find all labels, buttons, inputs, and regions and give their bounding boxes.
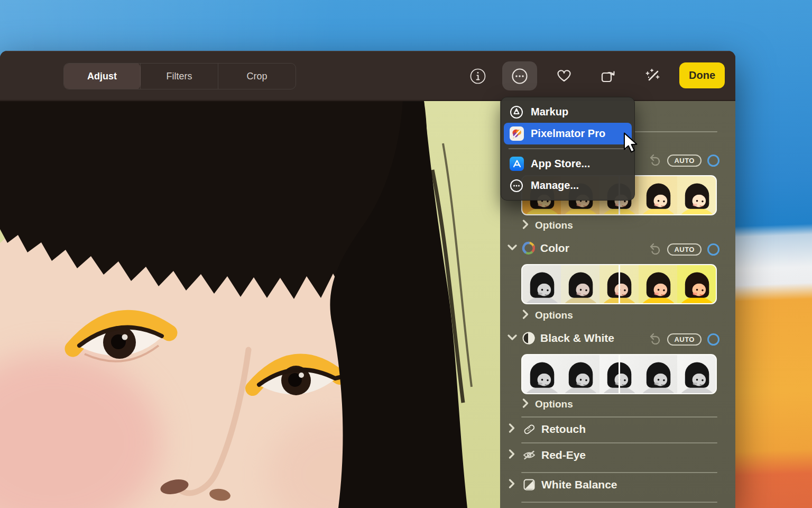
menu-item-manage[interactable]: Manage... xyxy=(504,175,632,196)
extensions-menu: Markup Pixelmator Pro xyxy=(501,97,635,201)
eye-slash-icon xyxy=(521,447,537,463)
color-wheel-icon xyxy=(521,241,536,256)
chevron-down-icon[interactable] xyxy=(508,243,518,253)
strip-thumbnail[interactable] xyxy=(677,176,716,214)
manage-icon xyxy=(509,178,524,194)
photo-canvas xyxy=(0,101,500,508)
half-tone-icon xyxy=(521,331,536,346)
section-header-color[interactable]: Color xyxy=(500,240,569,257)
menu-separator xyxy=(509,148,627,149)
strip-thumbnail[interactable] xyxy=(561,265,599,303)
strip-thumbnail[interactable] xyxy=(522,265,561,303)
auto-button[interactable]: AUTO xyxy=(667,155,702,167)
chevron-right-icon xyxy=(521,398,529,410)
bw-controls: AUTO xyxy=(649,332,719,347)
photos-edit-window: AUTO Options xyxy=(0,51,735,508)
undo-icon[interactable] xyxy=(649,153,661,168)
section-header-red-eye[interactable]: Red-Eye xyxy=(500,446,586,465)
strip-indicator[interactable] xyxy=(619,354,620,394)
hidden-section-controls: AUTO xyxy=(649,153,719,168)
strip-thumbnail[interactable] xyxy=(639,355,677,393)
options-row[interactable]: Options xyxy=(521,219,573,232)
mouse-cursor xyxy=(623,132,642,157)
chevron-right-icon xyxy=(521,310,529,321)
tab-crop[interactable]: Crop xyxy=(218,64,296,89)
info-button[interactable] xyxy=(466,64,490,88)
strip-thumbnail[interactable] xyxy=(639,176,677,214)
menu-item-markup[interactable]: Markup xyxy=(504,101,632,123)
auto-enhance-icon[interactable] xyxy=(641,64,665,88)
options-row[interactable]: Options xyxy=(521,397,573,411)
chevron-right-icon[interactable] xyxy=(508,423,518,435)
favorite-button[interactable] xyxy=(552,64,576,88)
auto-button[interactable]: AUTO xyxy=(667,243,702,256)
menu-item-pixelmator-pro[interactable]: Pixelmator Pro xyxy=(504,123,632,144)
adjustment-toggle[interactable] xyxy=(707,155,719,167)
bw-intensity-strip[interactable] xyxy=(521,354,717,394)
white-balance-icon xyxy=(521,477,537,493)
portrait-photo xyxy=(0,101,500,508)
color-controls: AUTO xyxy=(649,242,719,257)
done-button[interactable]: Done xyxy=(679,62,725,88)
pixelmator-pro-icon xyxy=(509,126,524,142)
options-row[interactable]: Options xyxy=(521,309,573,322)
strip-thumbnail[interactable] xyxy=(677,265,716,303)
tab-filters[interactable]: Filters xyxy=(140,64,218,89)
mode-tab-group: Adjust Filters Crop xyxy=(63,63,296,89)
adjustment-toggle[interactable] xyxy=(707,243,719,256)
menu-item-app-store[interactable]: App Store... xyxy=(504,153,632,175)
chevron-right-icon xyxy=(521,220,529,231)
strip-thumbnail[interactable] xyxy=(639,265,677,303)
color-intensity-strip[interactable] xyxy=(521,264,717,304)
section-header-black-white[interactable]: Black & White xyxy=(500,330,614,347)
strip-thumbnail[interactable] xyxy=(522,355,561,393)
section-separator xyxy=(521,442,717,443)
chevron-right-icon[interactable] xyxy=(508,479,518,491)
strip-thumbnail[interactable] xyxy=(677,355,716,393)
section-separator xyxy=(521,416,717,418)
undo-icon[interactable] xyxy=(649,242,661,257)
section-separator xyxy=(521,502,717,503)
strip-thumbnail[interactable] xyxy=(561,355,599,393)
edit-toolbar: Adjust Filters Crop xyxy=(0,51,735,101)
section-header-retouch[interactable]: Retouch xyxy=(500,420,586,439)
rotate-button[interactable] xyxy=(596,64,620,88)
chevron-down-icon[interactable] xyxy=(508,333,518,343)
extensions-button[interactable] xyxy=(508,64,532,88)
bandaid-icon xyxy=(521,421,537,437)
chevron-right-icon[interactable] xyxy=(508,449,518,461)
section-header-white-balance[interactable]: White Balance xyxy=(500,475,617,494)
markup-icon xyxy=(509,104,524,120)
section-separator xyxy=(521,472,717,473)
undo-icon[interactable] xyxy=(649,332,661,347)
adjustment-toggle[interactable] xyxy=(707,333,719,346)
strip-indicator[interactable] xyxy=(619,264,620,304)
app-store-icon xyxy=(509,156,524,172)
tab-adjust[interactable]: Adjust xyxy=(63,63,141,89)
auto-button[interactable]: AUTO xyxy=(667,333,702,346)
